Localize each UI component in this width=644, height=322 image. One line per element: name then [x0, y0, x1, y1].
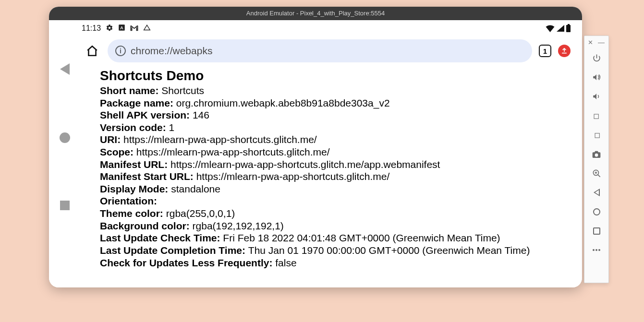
- field-label: Check for Updates Less Frequently:: [100, 257, 275, 268]
- field-label: Orientation:: [100, 195, 157, 206]
- field-row: Check for Updates Less Frequently: false: [100, 257, 574, 269]
- drive-icon: [143, 24, 151, 33]
- field-label: Short name:: [100, 85, 161, 96]
- extension-badge[interactable]: [558, 45, 571, 57]
- volume-up-icon[interactable]: [591, 72, 602, 83]
- field-value: https://mlearn-pwa-app-shortcuts.glitch.…: [170, 159, 440, 170]
- wifi-icon: [546, 25, 555, 32]
- field-value: rgba(255,0,0,1): [166, 208, 235, 219]
- field-label: Scope:: [100, 146, 136, 157]
- field-value: Shortcuts: [161, 85, 204, 96]
- field-value: standalone: [171, 183, 220, 194]
- field-label: Shell APK version:: [100, 109, 193, 120]
- svg-point-4: [593, 249, 595, 251]
- overview-nav-icon[interactable]: [591, 225, 602, 237]
- field-row: Short name: Shortcuts: [100, 84, 574, 97]
- field-label: Background color:: [100, 220, 193, 231]
- field-row: URI: https://mlearn-pwa-app-shortcuts.gl…: [100, 133, 574, 146]
- signal-icon: [557, 25, 564, 32]
- field-value: org.chromium.webapk.abeb8b91a8bde303a_v2: [176, 97, 390, 108]
- field-row: Package name: org.chromium.webapk.abeb8b…: [100, 97, 574, 109]
- rotate-left-icon[interactable]: ◇: [591, 110, 602, 121]
- field-value: rgba(192,192,192,1): [193, 220, 284, 231]
- info-icon: i: [115, 46, 126, 56]
- field-row: Background color: rgba(192,192,192,1): [100, 220, 574, 232]
- status-time: 11:13: [82, 24, 101, 33]
- url-text: chrome://webapks: [131, 45, 212, 57]
- field-label: Manifest Start URL:: [100, 171, 196, 182]
- field-row: Scope: https://mlearn-pwa-app-shortcuts.…: [100, 146, 574, 158]
- field-row: Theme color: rgba(255,0,0,1): [100, 207, 574, 220]
- close-icon[interactable]: ✕: [588, 39, 593, 46]
- tab-switcher[interactable]: 1: [539, 45, 551, 57]
- field-value: https://mlearn-pwa-app-shortcuts.glitch.…: [123, 134, 317, 145]
- field-value: https://mlearn-pwa-app-shortcuts.glitch.…: [196, 171, 390, 182]
- field-label: URI:: [100, 134, 123, 145]
- field-label: Version code:: [100, 122, 169, 133]
- field-row: Last Update Check Time: Fri Feb 18 2022 …: [100, 232, 574, 244]
- field-row: Display Mode: standalone: [100, 183, 574, 195]
- gear-icon: [106, 24, 113, 33]
- device-screen: 11:13 A: [81, 20, 582, 287]
- device-body: 11:13 A: [49, 20, 582, 287]
- field-value: 146: [193, 109, 209, 120]
- status-bar: 11:13 A: [81, 20, 579, 36]
- back-nav-icon[interactable]: [591, 187, 602, 198]
- battery-icon: [566, 25, 571, 32]
- more-icon[interactable]: [591, 244, 602, 256]
- camera-icon[interactable]: [591, 148, 602, 160]
- svg-point-5: [595, 249, 597, 251]
- field-value: https://mlearn-pwa-app-shortcuts.glitch.…: [136, 146, 330, 157]
- zoom-icon[interactable]: [591, 167, 602, 179]
- svg-point-6: [598, 249, 600, 251]
- field-label: Last Update Check Time:: [100, 232, 223, 243]
- window-title: Android Emulator - Pixel_4_with_Play_Sto…: [49, 7, 582, 20]
- field-label: Display Mode:: [100, 183, 171, 194]
- field-value: Fri Feb 18 2022 04:01:48 GMT+0000 (Green…: [223, 232, 500, 243]
- field-label: Last Update Completion Time:: [100, 245, 248, 256]
- overview-button[interactable]: [60, 201, 70, 210]
- field-row: Last Update Completion Time: Thu Jan 01 …: [100, 244, 574, 257]
- page-title: Shortcuts Demo: [100, 68, 574, 83]
- field-label: Package name:: [100, 97, 176, 108]
- emulator-toolbar: ✕ — ◇ ◇: [584, 36, 609, 283]
- chrome-toolbar: i chrome://webapks 1: [81, 36, 579, 67]
- emulator-window: Android Emulator - Pixel_4_with_Play_Sto…: [49, 7, 582, 287]
- home-nav-icon[interactable]: [591, 206, 602, 217]
- home-icon[interactable]: [84, 42, 101, 60]
- field-label: Theme color:: [100, 208, 166, 219]
- field-row: Orientation:: [100, 195, 574, 207]
- gmail-icon: [130, 24, 138, 33]
- minimize-icon[interactable]: —: [598, 38, 605, 46]
- field-row: Shell APK version: 146: [100, 109, 574, 121]
- field-row: Version code: 1: [100, 121, 574, 134]
- page-content: Shortcuts Demo Short name: ShortcutsPack…: [81, 67, 579, 287]
- field-value: 1: [169, 122, 175, 133]
- field-row: Manifest Start URL: https://mlearn-pwa-a…: [100, 170, 574, 183]
- svg-point-2: [595, 153, 598, 156]
- field-label: Manifest URL:: [100, 159, 170, 170]
- home-button[interactable]: [60, 132, 70, 143]
- app-icon: A: [118, 24, 125, 33]
- power-icon[interactable]: [591, 52, 602, 64]
- url-bar[interactable]: i chrome://webapks: [108, 39, 532, 62]
- field-value: false: [275, 257, 296, 268]
- field-row: Manifest URL: https://mlearn-pwa-app-sho…: [100, 158, 574, 171]
- volume-down-icon[interactable]: [591, 91, 602, 102]
- field-value: Thu Jan 01 1970 00:00:00 GMT+0000 (Green…: [248, 245, 530, 256]
- rotate-right-icon[interactable]: ◇: [591, 129, 602, 141]
- svg-text:A: A: [120, 25, 123, 30]
- back-button[interactable]: [60, 63, 70, 75]
- android-nav-rail: [49, 20, 81, 287]
